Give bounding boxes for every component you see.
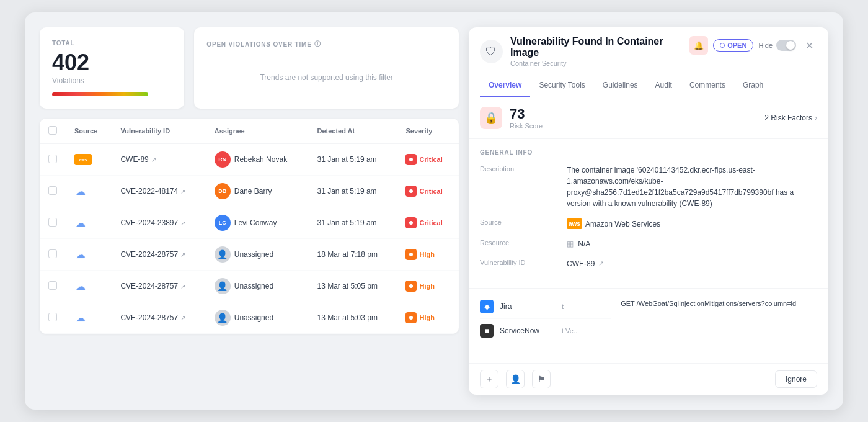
total-sub: Violations (52, 76, 172, 85)
risk-score-row: 🔒 73 Risk Score 2 Risk Factors › (469, 97, 828, 139)
avatar: RN (215, 151, 231, 168)
vuln-link-icon[interactable]: ↗ (180, 283, 185, 290)
table-header-row: Source Vulnerability ID Assignee Detecte… (40, 119, 459, 144)
servicenow-icon: ■ (480, 324, 494, 338)
severity-dot (405, 249, 417, 260)
cell-severity: High (397, 302, 459, 334)
cell-source: ☁ (66, 176, 112, 207)
left-panel: TOTAL 402 Violations OPEN VIOLATIONS OVE… (40, 27, 459, 395)
severity-dot (405, 312, 417, 323)
external-link-icon[interactable]: ↗ (598, 258, 604, 269)
add-action-button[interactable]: ＋ (480, 370, 498, 388)
cell-vuln-id: CVE-2022-48174 ↗ (112, 176, 205, 207)
vuln-link-icon[interactable]: ↗ (180, 188, 185, 195)
cell-source: ☁ (66, 239, 112, 271)
tab-overview[interactable]: Overview (480, 74, 530, 97)
table-row[interactable]: ☁ CVE-2024-28757 ↗ 👤 Unassigned 13 Mar a… (40, 271, 459, 302)
cell-vuln-id: CVE-2024-28757 ↗ (112, 271, 205, 302)
risk-factors-arrow: › (815, 114, 817, 122)
cell-vuln-id: CVE-2024-28757 ↗ (112, 239, 205, 271)
svg-point-4 (409, 284, 413, 288)
info-value-resource: ▦ N/A (567, 238, 817, 249)
info-key-resource: Resource (480, 238, 567, 246)
aws-name: Amazon Web Services (585, 218, 660, 230)
cell-detected: 13 Mar at 5:05 pm (309, 271, 397, 302)
info-row-source: Source aws Amazon Web Services (480, 218, 817, 230)
table-body: aws CWE-89 ↗ RN Rebekah Novak 31 Jan at … (40, 144, 459, 334)
tool-row-jira: ◆ Jira t (480, 295, 611, 319)
row-checkbox[interactable] (48, 281, 57, 290)
avatar: DB (215, 183, 231, 199)
severity-badge: High (405, 249, 434, 260)
cell-severity: Critical (397, 176, 459, 207)
toggle-switch[interactable] (776, 40, 796, 51)
info-key-source: Source (480, 218, 567, 226)
info-row-vuln-id: Vulnerability ID CWE-89 ↗ (480, 258, 817, 269)
svg-point-3 (409, 253, 413, 256)
resource-value: N/A (578, 240, 590, 248)
assignee-name: Unassigned (234, 250, 273, 259)
assign-action-button[interactable]: 👤 (506, 370, 525, 388)
detail-footer: ＋ 👤 ⚑ Ignore (469, 363, 828, 395)
tab-guidelines[interactable]: Guidelines (594, 74, 647, 97)
cell-severity: High (397, 239, 459, 271)
cloud-source-icon: ☁ (74, 312, 87, 324)
alert-icon-button[interactable]: 🔔 (689, 36, 708, 55)
select-all-checkbox[interactable] (48, 126, 57, 135)
vuln-link-icon[interactable]: ↗ (180, 220, 185, 227)
severity-label: Critical (419, 187, 442, 195)
aws-icon: aws (567, 218, 582, 229)
jira-value: t (562, 303, 611, 310)
assignee-name: Unassigned (234, 313, 273, 322)
tool-row-servicenow: ■ ServiceNow t Ve... (480, 319, 611, 343)
vuln-id-text: CVE-2024-23897 (120, 218, 178, 227)
severity-label: High (419, 251, 434, 258)
ignore-button[interactable]: Ignore (775, 370, 817, 388)
resource-icon: ▦ (567, 240, 574, 248)
row-checkbox[interactable] (48, 313, 57, 321)
close-button[interactable]: ✕ (801, 37, 817, 53)
risk-factors-link[interactable]: 2 Risk Factors › (764, 114, 817, 122)
vuln-id-text: CWE-89 (120, 155, 148, 164)
vuln-link-icon[interactable]: ↗ (180, 315, 185, 321)
table-row[interactable]: ☁ CVE-2024-28757 ↗ 👤 Unassigned 18 Mar a… (40, 239, 459, 271)
tab-graph[interactable]: Graph (734, 74, 772, 97)
flag-action-button[interactable]: ⚑ (532, 370, 551, 388)
cell-assignee: 👤 Unassigned (206, 302, 309, 334)
severity-dot (405, 154, 417, 165)
row-checkbox[interactable] (48, 155, 57, 163)
avatar-unassigned: 👤 (215, 246, 231, 263)
info-row-resource: Resource ▦ N/A (480, 238, 817, 249)
vuln-link-icon[interactable]: ↗ (151, 156, 156, 163)
table-row[interactable]: aws CWE-89 ↗ RN Rebekah Novak 31 Jan at … (40, 144, 459, 176)
avatar: LC (215, 215, 231, 231)
tab-audit[interactable]: Audit (647, 74, 681, 97)
cell-source: ☁ (66, 207, 112, 239)
general-info-header: GENERAL INFO (480, 149, 817, 156)
svg-point-0 (409, 158, 413, 161)
cell-source: aws (66, 144, 112, 176)
total-label: TOTAL (52, 40, 172, 47)
severity-gradient-bar (52, 92, 148, 96)
row-checkbox[interactable] (48, 249, 57, 258)
table-row[interactable]: ☁ CVE-2022-48174 ↗ DB Dane Barry 31 Jan … (40, 176, 459, 207)
cell-assignee: 👤 Unassigned (206, 271, 309, 302)
cell-detected: 31 Jan at 5:19 am (309, 176, 397, 207)
tab-comments[interactable]: Comments (681, 74, 734, 97)
jira-icon: ◆ (480, 300, 494, 313)
hide-toggle[interactable]: Hide (758, 40, 796, 51)
cell-vuln-id: CVE-2024-23897 ↗ (112, 207, 205, 239)
row-checkbox[interactable] (48, 186, 57, 195)
table-row[interactable]: ☁ CVE-2024-23897 ↗ LC Levi Conway 31 Jan… (40, 207, 459, 239)
violations-over-time-card: OPEN VIOLATIONS OVER TIME ⓘ Trends are n… (194, 27, 459, 109)
vuln-link-icon[interactable]: ↗ (180, 251, 185, 258)
info-key-description: Description (480, 164, 567, 173)
col-source: Source (66, 119, 112, 144)
cell-severity: Critical (397, 207, 459, 239)
cell-detected: 18 Mar at 7:18 pm (309, 239, 397, 271)
tab-security-tools[interactable]: Security Tools (530, 74, 593, 97)
table-row[interactable]: ☁ CVE-2024-28757 ↗ 👤 Unassigned 13 Mar a… (40, 302, 459, 334)
cloud-source-icon: ☁ (74, 217, 87, 229)
info-row-description: Description The container image '6024011… (480, 164, 817, 209)
row-checkbox[interactable] (48, 218, 57, 227)
